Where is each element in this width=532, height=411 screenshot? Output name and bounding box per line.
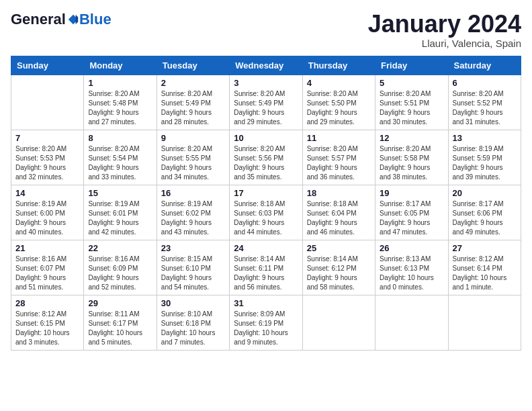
day-info: Sunrise: 8:16 AMSunset: 6:07 PMDaylight:…: [15, 255, 79, 292]
day-info: Sunrise: 8:14 AMSunset: 6:12 PMDaylight:…: [307, 255, 371, 292]
day-info: Sunrise: 8:18 AMSunset: 6:04 PMDaylight:…: [307, 199, 371, 237]
day-number: 21: [15, 243, 79, 253]
day-number: 31: [234, 298, 298, 308]
day-info: Sunrise: 8:12 AMSunset: 6:15 PMDaylight:…: [15, 310, 79, 347]
day-info: Sunrise: 8:19 AMSunset: 5:59 PMDaylight:…: [453, 144, 517, 182]
day-number: 9: [161, 133, 225, 143]
day-of-week-header: Saturday: [448, 56, 521, 75]
calendar-week-row: 1Sunrise: 8:20 AMSunset: 5:48 PMDaylight…: [11, 75, 521, 130]
calendar-cell: 3Sunrise: 8:20 AMSunset: 5:49 PMDaylight…: [230, 75, 302, 130]
day-number: 2: [161, 78, 225, 88]
day-number: 24: [234, 243, 298, 253]
calendar-cell: 9Sunrise: 8:20 AMSunset: 5:55 PMDaylight…: [157, 130, 229, 185]
day-number: 23: [161, 243, 225, 253]
calendar-cell: 30Sunrise: 8:10 AMSunset: 6:18 PMDayligh…: [157, 295, 229, 350]
day-of-week-header: Sunday: [11, 56, 84, 75]
day-info: Sunrise: 8:20 AMSunset: 5:48 PMDaylight:…: [88, 89, 152, 127]
day-of-week-header: Monday: [84, 56, 157, 75]
calendar-cell: 21Sunrise: 8:16 AMSunset: 6:07 PMDayligh…: [11, 240, 84, 295]
calendar-cell: 16Sunrise: 8:19 AMSunset: 6:02 PMDayligh…: [157, 185, 229, 240]
day-number: 5: [380, 78, 443, 88]
logo-general-text: General: [11, 11, 66, 28]
day-info: Sunrise: 8:20 AMSunset: 5:56 PMDaylight:…: [234, 144, 298, 182]
day-of-week-header: Wednesday: [230, 56, 302, 75]
calendar-cell: 29Sunrise: 8:11 AMSunset: 6:17 PMDayligh…: [84, 295, 157, 350]
day-number: 12: [380, 133, 443, 143]
day-info: Sunrise: 8:15 AMSunset: 6:10 PMDaylight:…: [161, 255, 225, 292]
calendar-week-row: 14Sunrise: 8:19 AMSunset: 6:00 PMDayligh…: [11, 185, 521, 240]
calendar-cell: 25Sunrise: 8:14 AMSunset: 6:12 PMDayligh…: [302, 240, 375, 295]
day-number: 16: [161, 188, 225, 198]
title-area: January 2024 Llauri, Valencia, Spain: [368, 11, 521, 49]
calendar-cell: 1Sunrise: 8:20 AMSunset: 5:48 PMDaylight…: [84, 75, 157, 130]
calendar-header-row: SundayMondayTuesdayWednesdayThursdayFrid…: [11, 56, 521, 75]
day-number: 28: [15, 298, 79, 308]
day-info: Sunrise: 8:20 AMSunset: 5:51 PMDaylight:…: [380, 89, 443, 127]
day-info: Sunrise: 8:14 AMSunset: 6:11 PMDaylight:…: [234, 255, 298, 292]
day-info: Sunrise: 8:20 AMSunset: 5:53 PMDaylight:…: [15, 144, 79, 182]
calendar-cell: 14Sunrise: 8:19 AMSunset: 6:00 PMDayligh…: [11, 185, 84, 240]
day-info: Sunrise: 8:09 AMSunset: 6:19 PMDaylight:…: [234, 310, 298, 347]
day-info: Sunrise: 8:20 AMSunset: 5:54 PMDaylight:…: [88, 144, 152, 182]
day-info: Sunrise: 8:12 AMSunset: 6:14 PMDaylight:…: [453, 255, 517, 292]
day-number: 15: [88, 188, 152, 198]
day-info: Sunrise: 8:17 AMSunset: 6:05 PMDaylight:…: [380, 199, 443, 237]
day-info: Sunrise: 8:20 AMSunset: 5:57 PMDaylight:…: [307, 144, 371, 182]
day-info: Sunrise: 8:20 AMSunset: 5:49 PMDaylight:…: [161, 89, 225, 127]
day-number: 18: [307, 188, 371, 198]
day-info: Sunrise: 8:20 AMSunset: 5:55 PMDaylight:…: [161, 144, 225, 182]
day-info: Sunrise: 8:20 AMSunset: 5:49 PMDaylight:…: [234, 89, 298, 127]
day-number: 4: [307, 78, 371, 88]
day-number: 29: [88, 298, 152, 308]
day-info: Sunrise: 8:11 AMSunset: 6:17 PMDaylight:…: [88, 310, 152, 347]
calendar-cell: 6Sunrise: 8:20 AMSunset: 5:52 PMDaylight…: [448, 75, 521, 130]
day-number: 1: [88, 78, 152, 88]
day-info: Sunrise: 8:17 AMSunset: 6:06 PMDaylight:…: [453, 199, 517, 237]
day-number: 7: [15, 133, 79, 143]
calendar-cell: [302, 295, 375, 350]
calendar-cell: 4Sunrise: 8:20 AMSunset: 5:50 PMDaylight…: [302, 75, 375, 130]
day-number: 26: [380, 243, 443, 253]
day-number: 17: [234, 188, 298, 198]
calendar-cell: 2Sunrise: 8:20 AMSunset: 5:49 PMDaylight…: [157, 75, 229, 130]
day-number: 20: [453, 188, 517, 198]
logo-icon: [67, 13, 79, 26]
day-info: Sunrise: 8:19 AMSunset: 6:00 PMDaylight:…: [15, 199, 79, 237]
calendar-cell: 27Sunrise: 8:12 AMSunset: 6:14 PMDayligh…: [448, 240, 521, 295]
day-info: Sunrise: 8:18 AMSunset: 6:03 PMDaylight:…: [234, 199, 298, 237]
calendar-cell: 11Sunrise: 8:20 AMSunset: 5:57 PMDayligh…: [302, 130, 375, 185]
calendar-cell: 15Sunrise: 8:19 AMSunset: 6:01 PMDayligh…: [84, 185, 157, 240]
calendar-cell: [448, 295, 521, 350]
day-info: Sunrise: 8:19 AMSunset: 6:02 PMDaylight:…: [161, 199, 225, 237]
day-number: 10: [234, 133, 298, 143]
day-info: Sunrise: 8:20 AMSunset: 5:58 PMDaylight:…: [380, 144, 443, 182]
calendar-cell: 31Sunrise: 8:09 AMSunset: 6:19 PMDayligh…: [230, 295, 302, 350]
day-number: 6: [453, 78, 517, 88]
calendar-week-row: 7Sunrise: 8:20 AMSunset: 5:53 PMDaylight…: [11, 130, 521, 185]
calendar-cell: 24Sunrise: 8:14 AMSunset: 6:11 PMDayligh…: [230, 240, 302, 295]
calendar: SundayMondayTuesdayWednesdayThursdayFrid…: [11, 56, 521, 351]
logo-blue-text: Blue: [79, 11, 112, 28]
calendar-week-row: 28Sunrise: 8:12 AMSunset: 6:15 PMDayligh…: [11, 295, 521, 350]
day-number: 22: [88, 243, 152, 253]
month-title: January 2024: [368, 11, 521, 38]
calendar-cell: 23Sunrise: 8:15 AMSunset: 6:10 PMDayligh…: [157, 240, 229, 295]
calendar-cell: 19Sunrise: 8:17 AMSunset: 6:05 PMDayligh…: [375, 185, 448, 240]
calendar-cell: [11, 75, 84, 130]
day-of-week-header: Friday: [375, 56, 448, 75]
day-number: 30: [161, 298, 225, 308]
day-number: 27: [453, 243, 517, 253]
calendar-cell: 18Sunrise: 8:18 AMSunset: 6:04 PMDayligh…: [302, 185, 375, 240]
calendar-week-row: 21Sunrise: 8:16 AMSunset: 6:07 PMDayligh…: [11, 240, 521, 295]
calendar-cell: 7Sunrise: 8:20 AMSunset: 5:53 PMDaylight…: [11, 130, 84, 185]
calendar-cell: 17Sunrise: 8:18 AMSunset: 6:03 PMDayligh…: [230, 185, 302, 240]
calendar-cell: 12Sunrise: 8:20 AMSunset: 5:58 PMDayligh…: [375, 130, 448, 185]
day-number: 8: [88, 133, 152, 143]
day-number: 19: [380, 188, 443, 198]
day-number: 3: [234, 78, 298, 88]
location-subtitle: Llauri, Valencia, Spain: [368, 38, 521, 49]
day-of-week-header: Thursday: [302, 56, 375, 75]
calendar-cell: 20Sunrise: 8:17 AMSunset: 6:06 PMDayligh…: [448, 185, 521, 240]
day-info: Sunrise: 8:20 AMSunset: 5:52 PMDaylight:…: [453, 89, 517, 127]
calendar-cell: 26Sunrise: 8:13 AMSunset: 6:13 PMDayligh…: [375, 240, 448, 295]
